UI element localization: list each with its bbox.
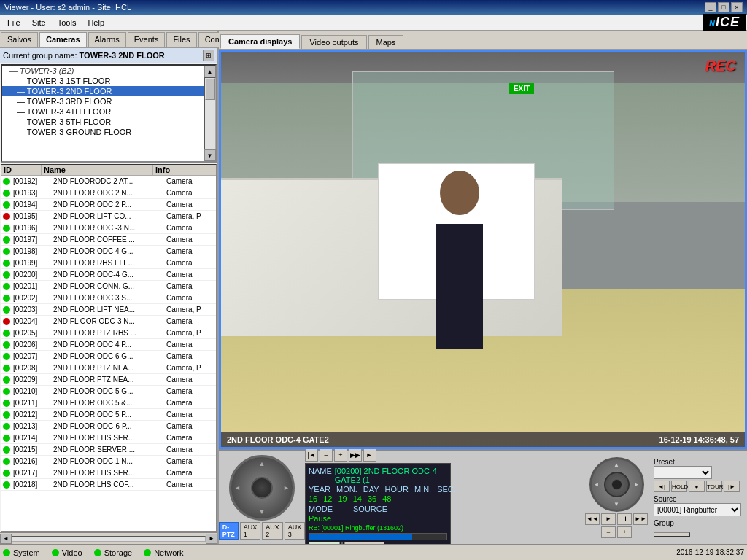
timeline-bar[interactable]: [309, 533, 447, 540]
tree-item-3[interactable]: — TOWER-3 3RD FLOOR: [2, 96, 204, 106]
aux1-btn[interactable]: AUX 1: [240, 522, 261, 540]
tree-item-2[interactable]: — TOWER-3 2ND FLOOR: [2, 86, 204, 96]
tree-item-5[interactable]: — TOWER-3 5TH FLOOR: [2, 117, 204, 127]
table-row[interactable]: [00198]2ND FLOOR ODC 4 G...Camera: [1, 246, 216, 257]
table-row[interactable]: [00218]2ND FLOOR LHS COF...Camera: [1, 479, 216, 491]
tab-cameras[interactable]: Cameras: [39, 32, 86, 47]
nav-wheel-inner[interactable]: [604, 472, 630, 497]
tour-play[interactable]: TOUR: [706, 481, 722, 492]
joystick-knob[interactable]: [251, 477, 273, 499]
h-scroll-right-btn[interactable]: ►: [206, 534, 217, 544]
table-row[interactable]: [00217]2ND FLOOR LHS SER...Camera: [1, 467, 216, 479]
table-row[interactable]: [00215]2ND FLOOR SERVER ...Camera: [1, 444, 216, 456]
tour-prev[interactable]: ◄|: [654, 481, 670, 492]
aux3-btn[interactable]: AUX 3: [285, 522, 306, 540]
pb-minus-btn[interactable]: –: [601, 526, 616, 538]
tab-alarms[interactable]: Alarms: [88, 32, 126, 47]
table-row[interactable]: [00203]2ND FLOOR LIFT NEA...Camera, P: [1, 304, 216, 316]
source-select[interactable]: [00001] Ringbuffer: [654, 503, 741, 516]
nav-section: ▲ ▼ ◄ ► ◄◄ ► ⏸ ►► – +: [585, 457, 648, 538]
tour-hold[interactable]: HOLD: [671, 481, 687, 492]
table-row[interactable]: [00206]2ND FLOOR ODC 4 P...Camera: [1, 339, 216, 351]
menu-site[interactable]: Site: [26, 17, 52, 28]
tour-stop[interactable]: ●: [689, 481, 705, 492]
table-row[interactable]: [00199]2ND FLOOR RHS ELE...Camera: [1, 257, 216, 269]
fast-btn[interactable]: ▶▶: [349, 448, 362, 462]
table-row[interactable]: [00204]2ND FL OOR ODC-3 N...Camera: [1, 316, 216, 327]
pb-plus-btn[interactable]: +: [617, 526, 632, 538]
ptz-joystick[interactable]: ▲ ▼ ◄ ►: [229, 455, 295, 521]
group-button[interactable]: [654, 532, 690, 537]
group-icon-button[interactable]: ⊞: [203, 50, 214, 61]
group-name-value: TOWER-3 2ND FLOOR: [80, 51, 165, 60]
nav-right[interactable]: ►: [634, 481, 640, 488]
tab-camera-displays[interactable]: Camera displays: [220, 34, 300, 49]
tree-item-1[interactable]: — TOWER-3 1ST FLOOR: [2, 76, 204, 86]
dptz-button[interactable]: D-PTZ: [219, 522, 239, 540]
table-row[interactable]: [00205]2ND FLOOR PTZ RHS ...Camera, P: [1, 327, 216, 339]
tab-video-outputs[interactable]: Video outputs: [301, 35, 366, 49]
table-row[interactable]: [00207]2ND FLOOR ODC 6 G...Camera: [1, 351, 216, 362]
stop-btn[interactable]: +: [334, 448, 347, 462]
tree-scrollbar[interactable]: ▲ ▼: [204, 66, 215, 161]
info-mon-value: 12: [323, 494, 332, 503]
tab-events[interactable]: Events: [128, 32, 166, 47]
col-info: Camera: [165, 457, 216, 465]
pb-play-btn[interactable]: ►: [601, 513, 616, 525]
pb-ff-btn[interactable]: ►►: [633, 513, 648, 525]
tab-maps[interactable]: Maps: [368, 35, 404, 49]
tree-scroll-track[interactable]: [204, 77, 216, 149]
step-fwd-btn[interactable]: ►|: [363, 448, 376, 462]
table-row[interactable]: [00196]2ND FLOOR ODC -3 N...Camera: [1, 222, 216, 234]
pb-rw-btn[interactable]: ◄◄: [585, 513, 600, 525]
status-dot: [3, 236, 10, 244]
table-row[interactable]: [00195]2ND FLOOR LIFT CO...Camera, P: [1, 211, 216, 222]
col-id: [00206]: [12, 341, 52, 349]
tab-salvos[interactable]: Salvos: [1, 32, 38, 47]
tree-item-6[interactable]: — TOWER-3 GROUND FLOOR: [2, 127, 204, 137]
nav-up[interactable]: ▲: [614, 462, 619, 468]
nav-down[interactable]: ▼: [614, 501, 619, 508]
table-row[interactable]: [00210]2ND FLOOR ODC 5 G...Camera: [1, 386, 216, 397]
step-back-btn[interactable]: |◄: [305, 448, 318, 462]
info-source-label: SOURCE: [353, 505, 387, 513]
close-button[interactable]: ×: [731, 2, 743, 12]
tab-files[interactable]: Files: [166, 32, 196, 47]
maximize-button[interactable]: □: [718, 2, 729, 12]
table-row[interactable]: [00214]2ND FLOOR LHS SER...Camera: [1, 432, 216, 444]
h-scrollbar[interactable]: ◄ ►: [0, 532, 217, 544]
menu-file[interactable]: File: [1, 17, 26, 28]
status-dot: [3, 400, 10, 407]
table-row[interactable]: [00208]2ND FLOOR PTZ NEA...Camera, P: [1, 362, 216, 374]
table-row[interactable]: [00194]2ND FLOOR ODC 2 P...Camera: [1, 199, 216, 211]
tree-scroll-up[interactable]: ▲: [204, 66, 216, 77]
h-scroll-track[interactable]: [12, 536, 206, 542]
menu-tools[interactable]: Tools: [52, 17, 82, 28]
tree-scroll-down[interactable]: ▼: [204, 149, 216, 161]
table-row[interactable]: [00212]2ND FLOOR ODC 5 P...Camera: [1, 409, 216, 421]
minimize-button[interactable]: _: [705, 2, 716, 12]
nav-left[interactable]: ◄: [594, 481, 600, 488]
table-row[interactable]: [00216]2ND FLOOR ODC 1 N...Camera: [1, 456, 216, 467]
tree-item-0[interactable]: — TOWER-3 (B2): [2, 66, 204, 76]
table-row[interactable]: [00209]2ND FLOOR PTZ NEA...Camera: [1, 374, 216, 386]
aux2-btn[interactable]: AUX 2: [262, 522, 283, 540]
table-row[interactable]: [00193]2ND FLOOR ODC 2 N...Camera: [1, 187, 216, 199]
slow-btn[interactable]: –: [320, 448, 333, 462]
table-row[interactable]: [00192]2ND FLOORODC 2 AT...Camera: [1, 176, 216, 187]
status-dot: [3, 470, 10, 477]
table-row[interactable]: [00197]2ND FLOOR COFFEE ...Camera: [1, 234, 216, 246]
table-row[interactable]: [00211]2ND FLOOR ODC 5 &...Camera: [1, 397, 216, 409]
table-row[interactable]: [00202]2ND FLOOR ODC 3 S...Camera: [1, 292, 216, 304]
tour-next[interactable]: |►: [724, 481, 740, 492]
table-row[interactable]: [00201]2ND FLOOR CONN. G...Camera: [1, 281, 216, 292]
h-scroll-left-btn[interactable]: ◄: [0, 534, 12, 544]
table-row[interactable]: [00200]2ND FLOOR ODC-4 G...Camera: [1, 269, 216, 281]
tree-item-4[interactable]: — TOWER-3 4TH FLOOR: [2, 106, 204, 117]
status-dot: [3, 423, 10, 430]
table-row[interactable]: [00213]2ND FLOOR ODC-6 P...Camera: [1, 421, 216, 432]
pb-pause-btn[interactable]: ⏸: [617, 513, 632, 525]
menu-help[interactable]: Help: [82, 17, 110, 28]
nav-wheel[interactable]: ▲ ▼ ◄ ►: [589, 457, 644, 512]
preset-select[interactable]: [654, 466, 712, 479]
